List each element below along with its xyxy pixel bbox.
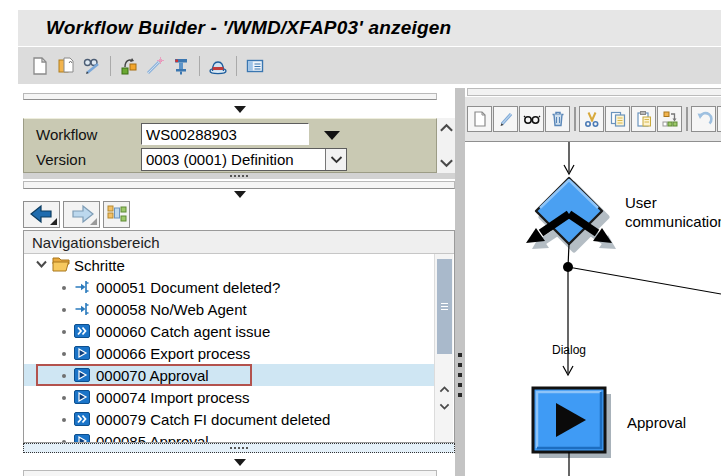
redo-icon[interactable] xyxy=(717,106,721,132)
tree-header: Navigationsbereich xyxy=(24,231,454,254)
tree-item-000074[interactable]: 000074 Import process xyxy=(24,386,435,408)
activity-icon xyxy=(74,389,90,405)
binoculars-pencil-icon[interactable] xyxy=(81,55,103,77)
toolbar-separator xyxy=(686,107,688,131)
forward-button[interactable] xyxy=(63,201,100,228)
panel-edge-strip xyxy=(23,470,437,476)
copy-page-icon[interactable] xyxy=(55,55,77,77)
layout-icon xyxy=(106,204,127,225)
diagram-toolbar xyxy=(465,97,721,142)
fork-icon xyxy=(74,301,90,317)
fork-icon xyxy=(74,279,90,295)
panel-edge-strip xyxy=(23,181,455,189)
toolbar-separator xyxy=(110,56,111,76)
copy-icon[interactable] xyxy=(605,106,630,132)
blank-page-icon[interactable] xyxy=(29,55,51,77)
diagram-edge-strip xyxy=(467,88,721,96)
tree-item-000060[interactable]: 000060 Catch agent issue xyxy=(24,320,435,342)
expander-chevron-icon[interactable] xyxy=(36,260,47,268)
double-chevron-icon xyxy=(74,323,90,339)
tree-item-label: 000079 Catch FI document deleted xyxy=(96,411,330,428)
tree-item-000085[interactable]: 000085 Approval xyxy=(24,430,435,443)
tree-folder-schritte[interactable]: Schritte xyxy=(24,254,435,276)
double-chevron-icon xyxy=(74,411,90,427)
folder-icon xyxy=(52,257,70,272)
collapse-arrow-icon[interactable] xyxy=(234,106,246,113)
toolbar-separator xyxy=(199,56,200,76)
workflow-input[interactable] xyxy=(141,123,309,145)
scroll-up-icon[interactable] xyxy=(439,122,454,134)
scroll-down-icon[interactable] xyxy=(438,400,451,413)
chevron-down-icon xyxy=(330,155,343,164)
tree-folder-label: Schritte xyxy=(74,257,125,274)
tree-item-label: 000051 Document deleted? xyxy=(96,279,280,296)
workflow-label: Workflow xyxy=(36,126,97,143)
bullet-icon xyxy=(62,308,66,312)
tree-scrollbar[interactable] xyxy=(434,254,453,442)
activity-node-label[interactable]: Approval xyxy=(627,414,686,431)
workflow-builder-window: Workflow Builder - '/WMD/XFAP03' anzeige… xyxy=(0,0,721,476)
tree-item-label: 000070 Approval xyxy=(96,367,209,384)
glasses-icon[interactable] xyxy=(519,106,544,132)
workflow-diagram-canvas[interactable]: User communication Dialog Approval xyxy=(465,142,721,476)
layout-button[interactable] xyxy=(103,201,130,228)
activity-icon xyxy=(74,345,90,361)
scroll-up-icon[interactable] xyxy=(438,383,451,396)
clamp-icon[interactable] xyxy=(170,55,192,77)
workflow-form-panel: Workflow Version 0003 (0001) Definition xyxy=(23,118,437,173)
vertical-splitter[interactable] xyxy=(455,88,465,476)
bullet-icon xyxy=(62,352,66,356)
form-scroll-strip xyxy=(437,118,455,173)
tree-item-000058[interactable]: 000058 No/Web Agent xyxy=(24,298,435,320)
toolbar-separator xyxy=(574,107,576,131)
activity-icon xyxy=(74,367,90,383)
collapse-arrow-icon[interactable] xyxy=(234,459,246,466)
tree-item-000079[interactable]: 000079 Catch FI document deleted xyxy=(24,408,435,430)
tree-item-000051[interactable]: 000051 Document deleted? xyxy=(24,276,435,298)
edge-label[interactable]: Dialog xyxy=(525,343,613,357)
page-title: Workflow Builder - '/WMD/XFAP03' anzeige… xyxy=(18,17,451,39)
dropdown-corner-icon xyxy=(50,218,57,225)
navigation-toolbar xyxy=(23,200,130,228)
reorganize-icon[interactable] xyxy=(657,106,682,132)
squares-arrow-icon[interactable] xyxy=(118,55,140,77)
back-button[interactable] xyxy=(23,201,60,228)
tree-item-label: 000058 No/Web Agent xyxy=(96,301,247,318)
bullet-icon xyxy=(62,286,66,290)
bullet-icon xyxy=(62,374,66,378)
paste-icon[interactable] xyxy=(631,106,656,132)
dropdown-corner-icon xyxy=(90,218,97,225)
magic-wand-icon[interactable] xyxy=(144,55,166,77)
fork-node-label[interactable]: User communication xyxy=(625,193,721,231)
scroll-down-icon[interactable] xyxy=(439,157,454,169)
workflow-dropdown-icon[interactable] xyxy=(324,131,340,140)
scrollbar-thumb[interactable] xyxy=(437,259,452,354)
horizontal-splitter-focused[interactable] xyxy=(23,443,455,453)
hat-icon[interactable] xyxy=(207,55,229,77)
horizontal-splitter[interactable] xyxy=(23,173,455,179)
blank-page-icon[interactable] xyxy=(467,106,492,132)
version-label: Version xyxy=(36,151,86,168)
trash-icon[interactable] xyxy=(545,106,570,132)
tree-item-000066[interactable]: 000066 Export process xyxy=(24,342,435,364)
version-dropdown-button[interactable] xyxy=(325,149,346,170)
bullet-icon xyxy=(62,396,66,400)
navigation-tree-panel: Navigationsbereich Schritte 000051 Docum… xyxy=(23,230,455,443)
collapse-arrow-icon[interactable] xyxy=(234,191,246,198)
scissors-icon[interactable] xyxy=(579,106,604,132)
bullet-icon xyxy=(62,330,66,334)
toolbar-separator xyxy=(236,56,237,76)
version-value: 0003 (0001) Definition xyxy=(142,151,325,168)
version-select[interactable]: 0003 (0001) Definition xyxy=(141,148,347,171)
splitter-grip-icon xyxy=(458,353,462,397)
undo-icon[interactable] xyxy=(691,106,716,132)
tree-item-label: 000066 Export process xyxy=(96,345,250,362)
main-toolbar xyxy=(18,47,721,84)
tree-item-label: 000085 Approval xyxy=(96,433,209,444)
table-info-icon[interactable] xyxy=(244,55,266,77)
pencil-icon[interactable] xyxy=(493,106,518,132)
tree-item-000070[interactable]: 000070 Approval xyxy=(24,364,435,386)
activity-icon xyxy=(74,433,90,443)
title-bar: Workflow Builder - '/WMD/XFAP03' anzeige… xyxy=(18,10,721,46)
tree-item-label: 000074 Import process xyxy=(96,389,249,406)
